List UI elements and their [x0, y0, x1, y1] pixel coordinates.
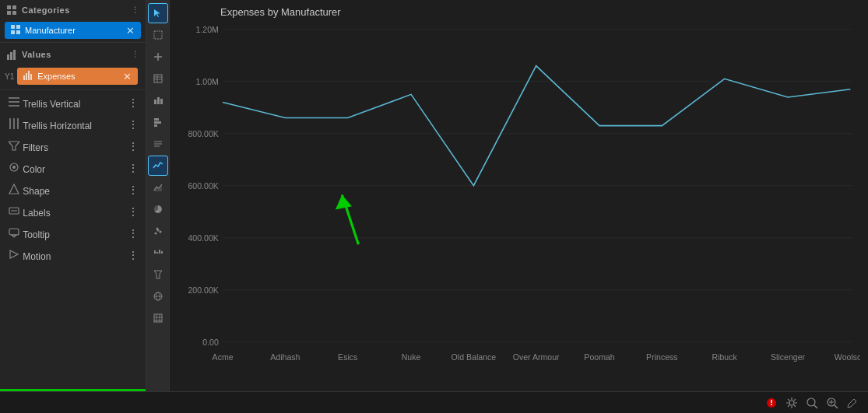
motion-icon: [8, 248, 20, 261]
waterfall-tool[interactable]: [148, 243, 168, 263]
globe-tool[interactable]: [148, 286, 168, 306]
manufacturer-pill-close[interactable]: ✕: [126, 26, 135, 36]
svg-rect-60: [154, 314, 162, 322]
svg-text:800.00K: 800.00K: [188, 129, 218, 138]
svg-marker-28: [12, 235, 16, 237]
svg-text:Woolson: Woolson: [835, 352, 860, 362]
color-menu[interactable]: ⋮: [128, 163, 138, 173]
svg-text:Old Balance: Old Balance: [452, 352, 497, 362]
left-panel: Categories ⋮ Manufacturer ✕ Values: [0, 0, 146, 391]
svg-rect-12: [26, 73, 27, 80]
values-section-header: Values ⋮: [0, 44, 146, 65]
svg-rect-6: [11, 30, 15, 34]
color-row[interactable]: Color ⋮: [0, 157, 146, 179]
svg-rect-5: [16, 25, 20, 29]
lasso-select-tool[interactable]: [148, 25, 168, 45]
chart-type-toolbar: [146, 0, 170, 391]
trellis-horizontal-row[interactable]: Trellis Horizontal ⋮: [0, 114, 146, 135]
svg-marker-24: [9, 184, 19, 194]
svg-rect-54: [159, 250, 160, 254]
select-tool[interactable]: [148, 3, 168, 23]
filters-menu[interactable]: ⋮: [128, 141, 138, 152]
table-tool[interactable]: [148, 68, 168, 89]
filters-row[interactable]: Filters ⋮: [0, 135, 146, 157]
svg-text:Nuke: Nuke: [402, 352, 421, 362]
expenses-pill-close[interactable]: ✕: [123, 72, 132, 82]
horizontal-bar-tool[interactable]: [148, 112, 168, 132]
svg-rect-2: [7, 11, 11, 15]
tooltip-row[interactable]: Tooltip ⋮: [0, 222, 146, 244]
motion-row[interactable]: Motion ⋮: [0, 244, 146, 266]
tooltip-menu[interactable]: ⋮: [128, 228, 138, 239]
bottom-settings-icon[interactable]: [784, 395, 799, 411]
chart-svg: 1.20M 1.00M 800.00K 600.00K 400.00K 200.…: [177, 21, 860, 369]
add-tool[interactable]: [148, 47, 168, 67]
svg-rect-27: [9, 229, 19, 235]
trellis-horizontal-label: Trellis Horizontal: [23, 121, 92, 131]
trellis-horizontal-menu[interactable]: ⋮: [128, 119, 138, 130]
shape-menu[interactable]: ⋮: [128, 184, 138, 195]
svg-rect-0: [7, 5, 11, 9]
svg-rect-52: [154, 250, 156, 254]
svg-rect-42: [154, 121, 161, 124]
svg-rect-39: [157, 97, 160, 104]
bar-chart-tool[interactable]: [148, 90, 168, 110]
trellis-vertical-menu[interactable]: ⋮: [128, 97, 138, 108]
svg-rect-9: [10, 52, 12, 60]
chart-area: Expenses by Manufacturer 1.20M 1.00M 800…: [170, 0, 868, 391]
bottom-search-icon[interactable]: [824, 395, 840, 411]
line-chart-tool[interactable]: [148, 156, 168, 176]
svg-marker-29: [10, 250, 18, 258]
svg-rect-11: [23, 75, 25, 80]
svg-text:600.00K: 600.00K: [188, 181, 218, 191]
values-icon: [6, 49, 17, 60]
svg-rect-8: [7, 54, 9, 60]
svg-text:Slicenger: Slicenger: [771, 352, 805, 362]
funnel-tool[interactable]: [148, 264, 168, 285]
green-arrow-annotation: [336, 194, 359, 244]
labels-menu[interactable]: ⋮: [128, 206, 138, 217]
svg-rect-43: [154, 124, 157, 127]
manufacturer-pill[interactable]: Manufacturer ✕: [5, 22, 141, 39]
tooltip-label: Tooltip: [23, 229, 50, 240]
values-menu-icon[interactable]: ⋮: [131, 50, 140, 60]
svg-rect-7: [16, 30, 20, 34]
motion-menu[interactable]: ⋮: [128, 250, 138, 261]
trellis-vertical-row[interactable]: Trellis Vertical ⋮: [0, 92, 146, 114]
values-label: Values: [22, 50, 51, 59]
area-chart-tool[interactable]: [148, 177, 168, 198]
grid-table-tool[interactable]: [148, 308, 168, 328]
bottom-bar: [0, 391, 868, 413]
bottom-icon-1[interactable]: [764, 395, 779, 411]
categories-menu-icon[interactable]: ⋮: [131, 5, 140, 16]
bottom-zoom-icon[interactable]: [804, 395, 820, 411]
pie-chart-tool[interactable]: [148, 199, 168, 219]
svg-marker-21: [9, 142, 19, 150]
svg-text:Adihash: Adihash: [270, 352, 300, 362]
motion-label: Motion: [23, 251, 51, 262]
filters-icon: [8, 139, 20, 152]
text-tool[interactable]: [148, 134, 168, 154]
manufacturer-pill-label: Manufacturer: [25, 26, 76, 35]
shape-row[interactable]: Shape ⋮: [0, 179, 146, 201]
color-icon: [8, 161, 20, 173]
labels-row[interactable]: Labels ⋮: [0, 201, 146, 222]
labels-label: Labels: [23, 208, 50, 219]
svg-point-96: [807, 398, 815, 406]
bottom-edit-icon[interactable]: [845, 395, 860, 411]
svg-text:Acme: Acme: [213, 352, 234, 362]
svg-rect-38: [154, 100, 156, 104]
divider-2: [0, 89, 146, 90]
scatter-tool[interactable]: [148, 221, 168, 241]
svg-text:0.00: 0.00: [202, 338, 219, 347]
labels-icon: [8, 205, 20, 217]
svg-rect-34: [154, 75, 162, 82]
svg-point-94: [771, 404, 772, 405]
expenses-pill[interactable]: Expenses ✕: [17, 68, 138, 85]
trellis-vertical-icon: [8, 96, 20, 108]
chart-canvas[interactable]: 1.20M 1.00M 800.00K 600.00K 400.00K 200.…: [177, 21, 860, 369]
svg-rect-53: [156, 252, 158, 254]
svg-rect-55: [161, 251, 163, 254]
shape-icon: [8, 183, 20, 195]
svg-marker-56: [154, 271, 162, 278]
